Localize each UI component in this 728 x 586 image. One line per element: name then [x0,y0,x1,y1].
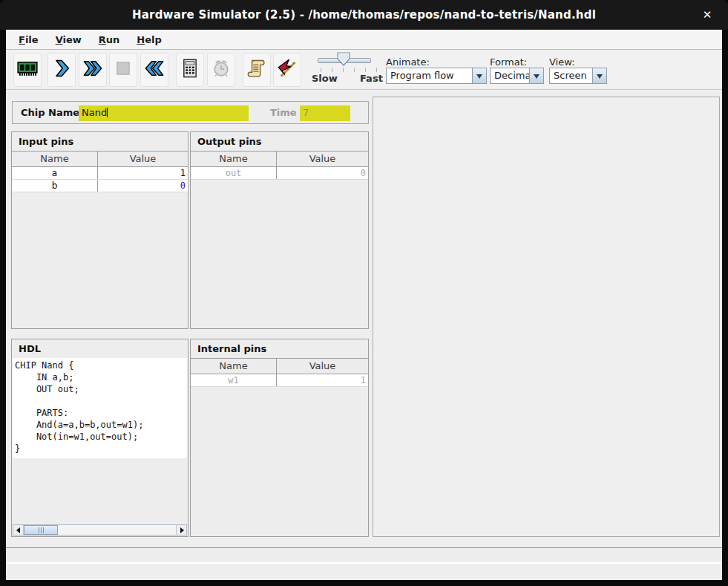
chip-name-label: Chip Name : [21,107,87,118]
clock-button[interactable] [207,53,235,87]
chevron-down-icon[interactable] [592,68,606,83]
column-header-name: Name [191,359,276,374]
input-pins-panel: Input pins Name Value a 1 b 0 [11,131,188,329]
pin-name: a [12,167,97,179]
internal-pins-title: Internal pins [191,339,368,358]
slider-fast-label: Fast [360,73,383,84]
column-header-value: Value [276,152,368,166]
run-icon [82,58,103,82]
internal-pins-table: Name Value w1 1 [191,358,368,387]
pin-value[interactable]: 1 [97,167,188,179]
load-chip-button[interactable] [13,53,42,87]
horizontal-scrollbar[interactable] [13,524,187,535]
table-row: w1 1 [191,374,368,387]
single-step-button[interactable] [47,53,76,87]
reset-icon [144,58,165,82]
table-row[interactable]: b 0 [12,180,188,192]
eval-calculator-icon [180,58,200,82]
code-line: IN a,b; [15,371,187,383]
slider-slow-label: Slow [312,73,338,84]
pin-value[interactable]: 0 [97,180,188,192]
pin-name: out [191,167,276,179]
chevron-down-icon[interactable] [472,68,486,83]
stop-button[interactable] [109,53,137,87]
internal-pins-panel: Internal pins Name Value w1 1 [190,339,369,537]
text-caret [107,108,108,117]
code-line [15,395,187,407]
hdl-title: HDL [12,339,188,358]
input-pins-table: Name Value a 1 b 0 [12,151,188,192]
chip-name-input[interactable]: Nand [79,105,249,121]
scroll-right-icon[interactable] [176,525,186,535]
format-value: Decimal [491,68,529,83]
code-line: } [15,443,187,455]
animate-select[interactable]: Program flow [386,68,487,84]
animate-value: Program flow [387,68,472,83]
reset-button[interactable] [140,53,168,87]
pin-name: w1 [191,374,276,386]
breakpoint-arrow-icon [277,58,298,82]
table-header: Name Value [191,358,368,374]
time-value: 7 [303,107,309,118]
view-hdl-button[interactable] [243,53,271,87]
column-header-value: Value [276,359,368,374]
speed-slider-ticks [321,68,377,72]
menu-bar: File View Run Help [6,30,722,50]
column-header-name: Name [12,152,97,166]
view-value: Screen [550,68,592,83]
menu-view[interactable]: View [50,32,87,48]
view-label: View: [549,56,575,68]
output-pins-table: Name Value out 0 [191,151,368,180]
breakpoint-button[interactable] [273,53,301,87]
animate-label: Animate: [386,56,430,68]
column-header-name: Name [191,152,276,166]
window-content: File View Run Help [6,30,722,580]
scrollbar-thumb[interactable] [24,525,58,535]
single-step-icon [51,58,72,82]
code-line: OUT out; [15,383,187,395]
eval-button[interactable] [176,53,204,87]
menu-run[interactable]: Run [94,32,125,48]
view-hdl-script-icon [246,58,267,82]
hdl-panel: HDL CHIP Nand { IN a,b; OUT out; PARTS: … [11,339,188,537]
table-row: out 0 [191,167,368,180]
speed-slider-thumb[interactable] [337,52,350,67]
code-line: CHIP Nand { [15,359,187,371]
time-label: Time : [270,107,304,118]
window-title: Hardware Simulator (2.5) - /home/thomas/… [132,8,596,22]
clock-tick-icon [211,58,232,82]
output-pins-panel: Output pins Name Value out 0 [190,131,369,329]
input-pins-title: Input pins [12,132,188,151]
menu-help[interactable]: Help [131,32,166,48]
column-header-value: Value [97,152,188,166]
code-line: PARTS: [15,407,187,419]
table-header: Name Value [12,151,188,167]
load-chip-icon [17,58,38,82]
pin-value: 0 [276,167,368,179]
output-pins-title: Output pins [191,132,368,151]
run-button[interactable] [79,53,107,87]
time-field: 7 [300,105,350,121]
hdl-code-view[interactable]: CHIP Nand { IN a,b; OUT out; PARTS: And(… [13,358,187,458]
scroll-left-icon[interactable] [13,525,24,535]
view-select[interactable]: Screen [549,68,607,84]
toolbar: Slow Fast Animate: Program flow Format: … [6,50,722,90]
table-row[interactable]: a 1 [12,167,188,180]
screen-display-panel [373,97,720,537]
format-label: Format: [490,56,527,68]
pin-name: b [12,180,97,192]
pin-value: 1 [276,374,368,386]
table-header: Name Value [191,151,368,167]
code-line: And(a=a,b=b,out=w1); [15,419,187,431]
chevron-down-icon[interactable] [529,68,543,83]
close-icon[interactable]: ✕ [700,7,715,22]
title-bar: Hardware Simulator (2.5) - /home/thomas/… [0,0,728,30]
stop-icon [113,58,134,82]
format-select[interactable]: Decimal [490,68,544,84]
status-bar [6,547,722,564]
chip-name-bar: Chip Name : Nand Time : 7 [12,101,369,124]
chip-name-value: Nand [82,107,107,118]
code-line: Not(in=w1,out=out); [15,431,187,443]
menu-file[interactable]: File [13,32,44,48]
